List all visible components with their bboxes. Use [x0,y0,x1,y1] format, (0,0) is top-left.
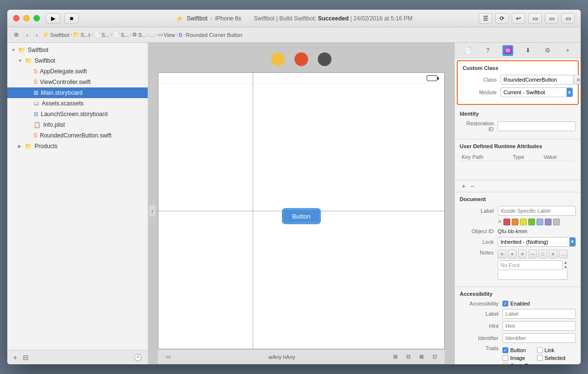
back-btn[interactable]: ‹ [23,31,31,39]
notes-more[interactable]: … [559,250,568,258]
trait-selected-checkbox[interactable] [537,355,543,361]
enabled-checkbox[interactable]: ✓ [502,301,508,306]
class-clear-btn[interactable]: ✕ [573,75,581,85]
tree-item-swiftbot-group[interactable]: ▼ 📁 Swiftbot [7,55,148,66]
color-swatch-yellow[interactable] [520,219,527,225]
layout-icon-2[interactable]: ⟳ [495,13,509,24]
breadcrumb-s3[interactable]: 📄 S... [113,32,129,38]
tree-label: AppDelegate.swift [40,68,87,75]
red-circle-icon[interactable] [294,52,308,66]
tree-item-assets[interactable]: 🗂 Assets.xcassets [7,98,148,109]
acc-identifier-label: Identifier [460,335,499,341]
trait-image-checkbox[interactable] [502,355,508,361]
canvas-ui-button[interactable]: Button [283,210,319,223]
close-button[interactable] [13,15,19,21]
filter-button[interactable]: ⊟ [21,353,31,362]
breadcrumb-b[interactable]: B [179,32,182,38]
breadcrumb-s4[interactable]: ⚙ S... [132,32,146,38]
run-button[interactable]: ▶ [46,13,60,24]
class-input[interactable] [501,75,573,85]
color-swatch-gray[interactable] [553,219,560,225]
tab-file[interactable]: 📄 [463,45,473,56]
tree-item-swiftbot-root[interactable]: ▼ 📁 Swiftbot [7,45,148,55]
notes-dash[interactable]: — [528,250,537,258]
minimize-button[interactable] [23,15,30,21]
module-value: Current - Swiftbot [503,89,567,95]
font-up-btn[interactable]: ▲ [564,260,568,265]
doc-label-input[interactable] [498,206,576,216]
trait-link-checkbox[interactable] [537,347,543,353]
tab-identity[interactable]: 🆔 [502,45,513,56]
grid-view-btn[interactable]: ⊞ [11,31,21,39]
tree-item-main-storyboard[interactable]: ⊞ Main.storyboard [7,87,148,98]
maximize-button[interactable] [34,15,40,21]
notes-align-center[interactable]: ≡ [508,250,517,258]
storyboard-icon: ⊞ [34,111,38,118]
recent-files-button[interactable]: 🕐 [132,353,144,362]
lock-dropdown[interactable]: Inherited - (Nothing) ▾ [498,237,576,247]
acc-label-input[interactable] [502,309,576,319]
tree-item-products[interactable]: ▶ 📁 Products [7,141,148,152]
plist-icon: 📋 [34,121,41,128]
acc-hint-input[interactable] [502,321,576,331]
tree-item-infoplist[interactable]: 📋 Info.plist [7,119,148,130]
class-input-wrapper: ✕ ▾ [501,75,581,85]
notes-align-right[interactable]: ≡ [518,250,527,258]
trait-static-text-checkbox[interactable] [502,363,508,365]
canvas-zoom-btn-2[interactable]: ⊟ [403,353,414,361]
color-swatch-blue-light[interactable] [536,219,543,225]
font-down-btn[interactable]: ▼ [564,265,568,270]
module-dropdown[interactable]: Current - Swiftbot ▾ [501,87,573,97]
notes-align-left[interactable]: ≡ [498,250,506,258]
tree-item-roundedbutton[interactable]: S RoundedCornerButton.swift [7,130,148,141]
tree-item-viewcontroller[interactable]: S ViewController.swift [7,77,148,87]
lock-row: Lock Inherited - (Nothing) ▾ [460,237,576,247]
notes-align-justify[interactable]: ≡ [549,250,557,258]
yellow-circle-icon[interactable] [271,52,285,66]
layout-icon-3[interactable]: ↩ [512,13,525,24]
layout-panel-3[interactable]: ▭ [561,13,575,24]
color-swatch-blue[interactable] [545,219,552,225]
canvas-nav-arrow[interactable]: › [149,205,156,217]
color-swatch-orange[interactable] [512,219,519,225]
phone-status-bar [158,73,444,84]
forward-btn[interactable]: › [33,31,41,39]
layout-panel-1[interactable]: ▭ [528,13,542,24]
device-name[interactable]: iPhone 6s [215,15,241,22]
remove-attribute-btn[interactable]: − [468,182,476,190]
add-attribute-btn[interactable]: + [460,182,467,190]
canvas-screen-btn[interactable]: ▭ [163,353,173,361]
stop-button[interactable]: ■ [64,13,79,24]
tab-help[interactable]: ? [483,45,493,56]
acc-identifier-input[interactable] [502,333,576,343]
notes-icon-row: ≡ ≡ ≡ — □ ≡ … [498,250,568,258]
dark-circle-icon[interactable] [318,52,331,66]
restoration-id-input[interactable] [498,121,576,131]
breadcrumb-st[interactable]: 📁 S...t [73,32,90,38]
layout-panel-2[interactable]: ▭ [545,13,558,24]
color-x-btn[interactable]: ✕ [498,219,502,225]
breadcrumb-rounded-button[interactable]: Rounded Corner Button [186,32,242,38]
acc-traits-row: Traits ✓ Button Link [460,345,576,365]
tree-item-launchscreen[interactable]: ⊞ LaunchScreen.storyboard [7,109,148,119]
breadcrumb-swiftbot[interactable]: ⚡ Swiftbot [42,32,69,38]
color-swatch-red[interactable] [503,219,510,225]
add-file-button[interactable]: + [11,353,19,362]
canvas-zoom-btn-1[interactable]: ⊞ [390,353,400,361]
tab-connections[interactable]: + [562,45,573,56]
tree-item-appdelegate[interactable]: S AppDelegate.swift [7,66,148,77]
canvas-zoom-btn-4[interactable]: ⊡ [430,353,440,361]
tab-attributes[interactable]: ⬇ [522,45,533,56]
breadcrumb-s2[interactable]: 📄 S... [94,32,110,38]
canvas-zoom-btn-3[interactable]: ⊠ [416,353,427,361]
acc-accessibility-label: Accessibility [460,301,499,306]
notes-box[interactable]: □ [538,250,547,258]
breadcrumb-view[interactable]: ▭ View [158,32,175,38]
module-row: Module Current - Swiftbot ▾ [463,87,573,97]
layout-icon-1[interactable]: ☰ [479,13,492,24]
color-swatch-green[interactable] [528,219,535,225]
trait-button-checkbox[interactable]: ✓ [502,347,508,353]
main-content: ▼ 📁 Swiftbot ▼ 📁 Swiftbot S AppDelegate.… [7,43,581,364]
tab-size[interactable]: ⚙ [542,45,553,56]
breadcrumb-dots[interactable]: ... [150,32,154,38]
